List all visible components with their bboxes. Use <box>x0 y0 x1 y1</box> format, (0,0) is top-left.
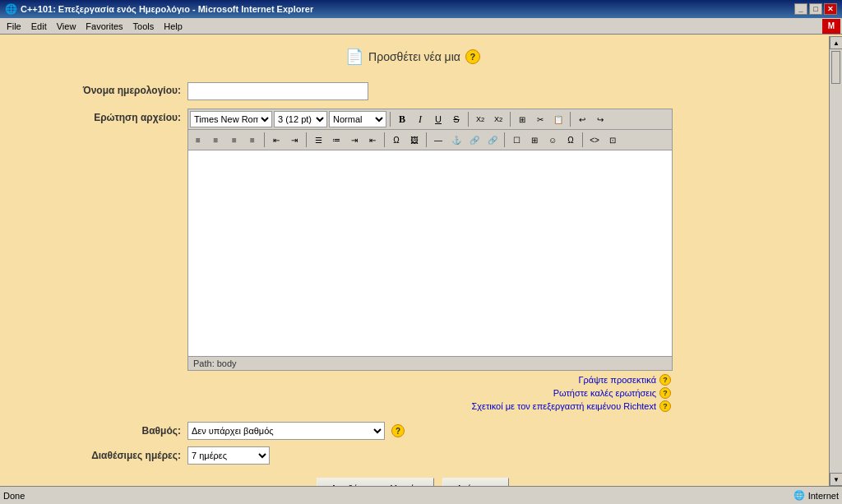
link-write-carefully[interactable]: Γράψτε προσεκτικά <box>579 375 657 385</box>
undo-button[interactable]: ↩ <box>574 111 590 127</box>
document-icon: 📄 <box>345 48 363 66</box>
link-ask-questions[interactable]: Ρωτήστε καλές ερωτήσεις <box>553 388 656 398</box>
days-select[interactable]: 7 ημέρες 14 ημέρες 30 ημέρες 60 ημέρες <box>187 446 270 465</box>
special-chars-button[interactable]: Ω <box>562 132 579 148</box>
scroll-track <box>830 86 842 473</box>
page-help-icon[interactable]: ? <box>465 49 480 64</box>
align-left-button[interactable]: ≡ <box>190 132 206 148</box>
insert-field-button[interactable]: Ω <box>388 132 405 148</box>
align-center-button[interactable]: ≡ <box>208 132 224 148</box>
diary-name-row: Όνομα ημερολογίου: <box>33 82 793 100</box>
days-row: Διαθέσιμες ημέρες: 7 ημέρες 14 ημέρες 30… <box>33 446 793 465</box>
grade-label: Βαθμός: <box>33 425 181 437</box>
minimize-button[interactable]: _ <box>794 3 807 15</box>
diary-name-input[interactable] <box>187 82 368 100</box>
days-label: Διαθέσιμες ημέρες: <box>33 450 181 461</box>
source-button[interactable]: <> <box>586 132 603 148</box>
cancel-button[interactable]: Ακύρωση <box>442 478 509 486</box>
question-row: Ερώτηση αρχείου: Times New Roman Arial V… <box>33 109 793 412</box>
strikethrough-button[interactable]: S <box>448 111 465 127</box>
link-write-carefully-text: Γράψτε προσεκτικά <box>579 375 657 385</box>
preview-button[interactable]: ⊡ <box>604 132 621 148</box>
separator3 <box>510 112 511 127</box>
app-icon: 🌐 <box>5 3 17 15</box>
scrollbar: ▲ ▼ <box>829 36 842 486</box>
link-button[interactable]: 🔗 <box>466 132 483 148</box>
insert-image-button[interactable]: 🖼 <box>406 132 423 148</box>
question-label: Ερώτηση αρχείου: <box>94 109 181 123</box>
link-richtext[interactable]: Σχετικοί με τον επεξεργαστή κειμένου Ric… <box>471 401 656 411</box>
emoji-button[interactable]: ☺ <box>544 132 561 148</box>
title-bar: 🌐 C++101: Επεξεργασία ενός Ημερολόγιο - … <box>0 0 842 18</box>
grade-row: Βαθμός: Δεν υπάρχει βαθμός Βαθμός 1 Βαθμ… <box>33 422 793 440</box>
align-justify-button[interactable]: ≡ <box>244 132 261 148</box>
subscript-button[interactable]: X2 <box>472 111 488 127</box>
link-write-carefully-icon[interactable]: ? <box>659 374 671 386</box>
separator4 <box>570 112 571 127</box>
anchor-button[interactable]: ⚓ <box>448 132 465 148</box>
scroll-thumb[interactable] <box>831 51 840 84</box>
grade-help-icon[interactable]: ? <box>391 424 405 437</box>
italic-button[interactable]: I <box>412 111 428 127</box>
page-title: Προσθέτει νέα μια <box>368 50 460 63</box>
rte-path-bar: Path: body <box>188 356 672 370</box>
ltr-button[interactable]: ⇥ <box>286 132 303 148</box>
copy-button[interactable]: ⊞ <box>514 111 530 127</box>
help-links: Γράψτε προσεκτικά ? Ρωτήστε καλές ερωτήσ… <box>187 374 671 412</box>
outdent-button[interactable]: ⇤ <box>364 132 381 148</box>
form-buttons: Αποθήκευση αλλαγών Ακύρωση <box>33 478 793 486</box>
separator2 <box>468 112 469 127</box>
menu-help[interactable]: Help <box>159 20 187 33</box>
restore-button[interactable]: □ <box>809 3 822 15</box>
font-select[interactable]: Times New Roman Arial Verdana <box>190 111 272 127</box>
save-button[interactable]: Αποθήκευση αλλαγών <box>317 478 434 486</box>
unordered-list-button[interactable]: ☰ <box>310 132 326 148</box>
link-richtext-icon[interactable]: ? <box>659 400 671 412</box>
menu-view[interactable]: View <box>52 20 81 33</box>
window-title: C++101: Επεξεργασία ενός Ημερολόγιο - Mi… <box>21 4 313 14</box>
ordered-list-button[interactable]: ≔ <box>328 132 345 148</box>
separator8 <box>426 132 427 147</box>
main-content: 📄 Προσθέτει νέα μια ? Όνομα ημερολογίου:… <box>0 35 842 486</box>
menu-file[interactable]: File <box>2 20 26 33</box>
rte-toolbar-row1: Times New Roman Arial Verdana 1 (8 pt) 2… <box>188 109 672 130</box>
superscript-button[interactable]: X2 <box>490 111 507 127</box>
separator7 <box>384 132 385 147</box>
redo-button[interactable]: ↪ <box>592 111 608 127</box>
indent-button[interactable]: ⇥ <box>346 132 363 148</box>
align-right-button[interactable]: ≡ <box>226 132 243 148</box>
separator6 <box>306 132 307 147</box>
msn-icon: M <box>822 19 840 34</box>
cut-button[interactable]: ✂ <box>532 111 548 127</box>
menu-bar: File Edit View Favorites Tools Help M <box>0 18 842 35</box>
paste-button[interactable]: 📋 <box>550 111 567 127</box>
diary-name-label: Όνομα ημερολογίου: <box>33 82 181 96</box>
close-button[interactable]: ✕ <box>824 3 837 15</box>
rich-text-editor: Times New Roman Arial Verdana 1 (8 pt) 2… <box>187 109 673 371</box>
separator5 <box>264 132 265 147</box>
rte-toolbar-row2: ≡ ≡ ≡ ≡ ⇤ ⇥ ☰ ≔ ⇥ ⇤ Ω 🖼 <box>188 130 672 150</box>
table-button[interactable]: ⊞ <box>526 132 543 148</box>
scroll-up-button[interactable]: ▲ <box>830 36 842 49</box>
link-richtext-text: Σχετικοί με τον επεξεργαστή κειμένου Ric… <box>471 401 656 411</box>
rtl-button[interactable]: ⇤ <box>268 132 285 148</box>
page-title-row: 📄 Προσθέτει νέα μια ? <box>33 48 793 66</box>
bold-button[interactable]: B <box>394 111 410 127</box>
size-select[interactable]: 1 (8 pt) 2 (10 pt) 3 (12 pt) 4 (14 pt) <box>274 111 327 127</box>
hr-button[interactable]: — <box>430 132 446 148</box>
box-button[interactable]: ☐ <box>508 132 525 148</box>
link-ask-questions-text: Ρωτήστε καλές ερωτήσεις <box>553 388 656 398</box>
grade-select[interactable]: Δεν υπάρχει βαθμός Βαθμός 1 Βαθμός 2 <box>187 422 385 440</box>
menu-favorites[interactable]: Favorites <box>81 20 127 33</box>
scroll-down-button[interactable]: ▼ <box>830 473 842 486</box>
separator1 <box>390 112 391 127</box>
menu-edit[interactable]: Edit <box>26 20 52 33</box>
unlink-button[interactable]: 🔗 <box>484 132 501 148</box>
link-ask-questions-icon[interactable]: ? <box>659 387 671 399</box>
style-select[interactable]: Normal Heading 1 Heading 2 <box>329 111 386 127</box>
rte-body[interactable] <box>188 150 672 356</box>
underline-button[interactable]: U <box>430 111 446 127</box>
separator10 <box>582 132 583 147</box>
separator9 <box>504 132 505 147</box>
menu-tools[interactable]: Tools <box>128 20 160 33</box>
